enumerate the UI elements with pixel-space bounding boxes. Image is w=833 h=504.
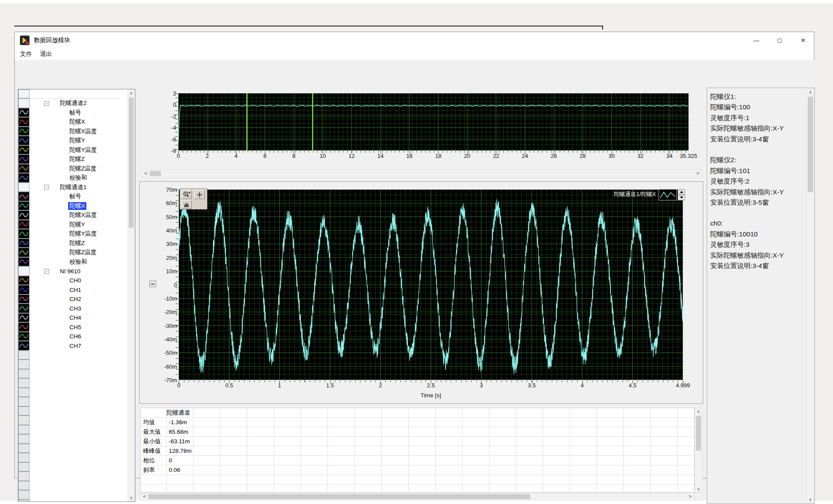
tree-vertical-scrollbar[interactable]: ∧∨: [128, 89, 135, 501]
tree-item-row[interactable]: 陀螺Y温度: [18, 145, 121, 155]
tree-item-label[interactable]: 陀螺Y: [68, 137, 86, 144]
info-vertical-scrollbar[interactable]: ∧∨: [807, 88, 814, 503]
tree-item-label[interactable]: 陀螺Y温度: [68, 230, 98, 238]
tree-item-label[interactable]: CH0: [68, 277, 82, 284]
tree-item-row[interactable]: CH7: [18, 341, 121, 351]
tree-item-row[interactable]: 陀螺Y温度: [18, 229, 121, 239]
tree-group-label[interactable]: 陀螺通道1: [60, 183, 87, 191]
stats-empty-cell: [436, 475, 462, 484]
tree-group-row[interactable]: −陀螺通道1: [18, 183, 121, 192]
tree-item-row[interactable]: CH4: [18, 313, 121, 323]
tree-group-row[interactable]: −陀螺通道2: [18, 99, 121, 108]
maximize-button[interactable]: ▢: [768, 32, 791, 49]
tree-item-row[interactable]: 陀螺Y: [18, 220, 121, 229]
tree-item-row[interactable]: 陀螺Y: [18, 136, 121, 146]
tree-group-row[interactable]: −NI 9610: [18, 267, 121, 276]
scroll-up-icon[interactable]: ∧: [807, 90, 814, 95]
pan-hand-tool-icon[interactable]: [181, 200, 192, 209]
close-button[interactable]: ✕: [791, 32, 815, 49]
scrollbar-thumb[interactable]: [808, 97, 813, 192]
tree-item-label[interactable]: 陀螺X温度: [68, 128, 98, 135]
tree-item-label-selected[interactable]: 陀螺X: [68, 202, 86, 210]
tree-item-row[interactable]: CH3: [18, 304, 121, 314]
tree-group-label[interactable]: NI 9610: [60, 268, 80, 275]
tree-item-label[interactable]: 帧号: [68, 109, 82, 117]
scroll-up-icon[interactable]: ∧: [128, 91, 134, 95]
tree-item-label[interactable]: 陀螺Y: [68, 221, 86, 229]
waveform-icon: [18, 210, 30, 220]
tree-item-row[interactable]: 陀螺Z: [18, 239, 121, 248]
y-axis-lock-icon[interactable]: [149, 281, 156, 287]
tree-item-label[interactable]: CH6: [68, 333, 82, 340]
tree-item-row[interactable]: 陀螺X温度: [18, 127, 121, 136]
tree-item-row[interactable]: 陀螺Z温度: [18, 248, 121, 258]
tree-item-label[interactable]: 陀螺Z温度: [68, 249, 98, 256]
tree-item-label[interactable]: CH1: [68, 287, 82, 293]
scroll-right-icon[interactable]: >: [695, 171, 701, 176]
tree-expander-icon[interactable]: −: [44, 101, 49, 106]
tree-expander-icon[interactable]: −: [44, 269, 49, 274]
overview-chart-plot[interactable]: [178, 93, 689, 151]
tree-expander-icon[interactable]: −: [44, 185, 49, 190]
waveform-icon: [18, 192, 30, 201]
tree-item-label[interactable]: 陀螺Z: [68, 155, 86, 163]
tree-item-row[interactable]: 陀螺X: [18, 201, 121, 211]
tree-item-row[interactable]: 陀螺Z: [18, 155, 121, 164]
tree-item-row[interactable]: 陀螺X: [18, 118, 121, 127]
menu-file[interactable]: 文件: [20, 50, 32, 58]
tree-item-label[interactable]: 陀螺X: [68, 118, 86, 126]
waveform-icon: [18, 201, 30, 211]
scroll-down-icon[interactable]: ∨: [807, 497, 814, 502]
tree-item-label[interactable]: CH4: [68, 314, 82, 321]
tree-item-main: CH6: [30, 332, 121, 341]
scroll-down-icon[interactable]: ∨: [695, 487, 702, 491]
legend-up-icon[interactable]: [678, 189, 685, 195]
tree-item-row[interactable]: CH0: [18, 276, 121, 285]
overview-horizontal-scrollbar[interactable]: <>: [141, 170, 702, 177]
scroll-down-icon[interactable]: ∨: [128, 495, 134, 500]
scrollbar-thumb[interactable]: [148, 494, 530, 499]
stats-empty-cell: [274, 437, 301, 446]
tree-item-label[interactable]: 帧号: [68, 193, 82, 200]
legend-down-icon[interactable]: [678, 195, 685, 200]
stats-vertical-scrollbar[interactable]: ∧∨: [695, 408, 702, 493]
empty-icon-cell: [18, 406, 30, 416]
scroll-up-icon[interactable]: ∧: [695, 409, 702, 414]
plot-legend-label[interactable]: 陀螺通道1/陀螺X: [574, 190, 656, 198]
tree-item-row[interactable]: 陀螺X温度: [18, 211, 121, 220]
scrollbar-thumb[interactable]: [696, 416, 701, 451]
tree-item-row[interactable]: CH2: [18, 295, 121, 304]
tree-item-row[interactable]: 帧号: [18, 108, 121, 118]
tree-item-label[interactable]: CH7: [68, 343, 82, 349]
crosshair-tool-icon[interactable]: [194, 190, 205, 199]
scrollbar-thumb[interactable]: [150, 171, 161, 176]
tree-item-row[interactable]: 校验和: [18, 173, 121, 183]
tree-item-label[interactable]: 陀螺Z温度: [68, 165, 98, 173]
tree-item-label[interactable]: CH2: [68, 296, 82, 302]
tree-item-label[interactable]: CH5: [68, 324, 82, 331]
minimize-button[interactable]: —: [744, 32, 768, 49]
tree-item-row[interactable]: CH1: [18, 285, 121, 295]
tree-item-label[interactable]: 校验和: [68, 174, 89, 182]
menu-exit[interactable]: 退出: [40, 50, 52, 58]
scroll-left-icon[interactable]: <: [143, 171, 149, 176]
scroll-left-icon[interactable]: <: [141, 494, 148, 499]
stats-horizontal-scrollbar[interactable]: <>: [140, 493, 695, 501]
zoom-tool-icon[interactable]: [181, 190, 192, 199]
scrollbar-thumb[interactable]: [129, 98, 134, 228]
tree-item-row[interactable]: 校验和: [18, 257, 121, 267]
tree-item-label[interactable]: 校验和: [68, 258, 89, 266]
scroll-right-icon[interactable]: >: [687, 494, 693, 499]
tree-item-row[interactable]: CH5: [18, 323, 121, 332]
main-chart-plot[interactable]: [179, 190, 683, 380]
tree-item-label[interactable]: 陀螺Z: [68, 239, 86, 247]
tree-item-row[interactable]: 陀螺Z温度: [18, 164, 121, 173]
tree-item-label[interactable]: 陀螺X温度: [68, 211, 98, 219]
overview-y-tick-label: -4: [158, 124, 176, 131]
tree-group-label[interactable]: 陀螺通道2: [60, 99, 87, 107]
tree-item-row[interactable]: 帧号: [18, 192, 121, 202]
tree-item-label[interactable]: 陀螺Y温度: [68, 146, 98, 154]
tree-item-row[interactable]: CH6: [18, 332, 121, 341]
tree-item-label[interactable]: CH3: [68, 305, 82, 312]
plot-legend-style-box[interactable]: [659, 189, 677, 200]
